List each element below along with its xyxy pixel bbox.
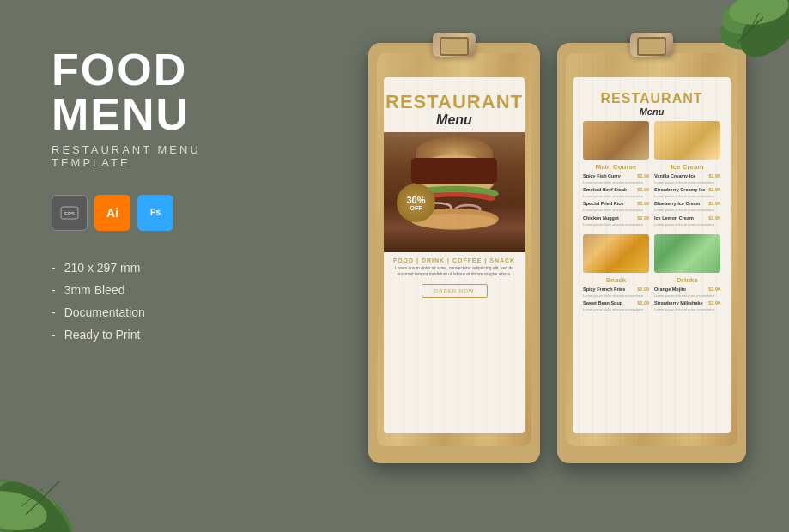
clipboard-back: RESTAURANT Menu Main Course Spicy Fish C… [557, 43, 746, 463]
menu-label-back: Menu [580, 106, 724, 117]
menu-front-header: RESTAURANT Menu [384, 77, 525, 132]
snack-image [583, 234, 649, 273]
menu-front-content: RESTAURANT Menu [384, 77, 525, 433]
section-drinks: Drinks Orange Mojito $2.99 Lorem ipsum d… [654, 234, 720, 314]
menu-label-front: Menu [385, 112, 523, 128]
clipboard-clip-left [433, 33, 476, 57]
menu-item: Vanilla Creamy Ice $2.99 [654, 173, 720, 178]
menu-tagline: FOOD | DRINK | COFFEE | SNACK [389, 252, 519, 265]
pasta-image [583, 121, 649, 160]
menu-item: Strawberry Milkshake $2.99 [654, 300, 720, 305]
svg-point-17 [453, 160, 460, 164]
clipboards-area: RESTAURANT Menu [368, 43, 746, 463]
ai-badge: Ai [94, 195, 130, 231]
ice-cream-title: Ice Cream [654, 163, 720, 171]
format-badges: EPS Ai Ps [52, 195, 258, 231]
eps-badge: EPS [52, 195, 88, 231]
icecream-image [654, 121, 720, 160]
features-list: 210 x 297 mm 3mm Bleed Documentation Rea… [52, 261, 258, 342]
menu-item: Orange Mojito $2.99 [654, 287, 720, 292]
clipboard-clip-right [630, 33, 673, 57]
menu-paper-back: RESTAURANT Menu Main Course Spicy Fish C… [573, 77, 731, 433]
menu-paper-front: RESTAURANT Menu [384, 77, 525, 433]
restaurant-title-front: RESTAURANT [385, 93, 523, 112]
clipboard-front: RESTAURANT Menu [368, 43, 540, 463]
leaf-decoration-bottom-left [0, 420, 120, 532]
promo-off: OFF [410, 205, 422, 211]
clipboard-wood-left: RESTAURANT Menu [377, 53, 531, 446]
main-course-title: Main Course [583, 163, 649, 171]
menu-item: Strawberry Creamy Ice $2.99 [654, 187, 720, 192]
menu-item: Smoked Beef Steak $2.99 [583, 187, 649, 192]
menu-back-content: RESTAURANT Menu Main Course Spicy Fish C… [573, 77, 731, 433]
promo-badge: 30% OFF [397, 184, 435, 222]
svg-point-16 [438, 163, 445, 168]
svg-point-18 [466, 165, 473, 171]
psd-badge: Ps [137, 195, 173, 231]
menu-item: Spicy Fish Curry $2.99 [583, 173, 649, 178]
menu-item: Chicken Nugget $2.99 [583, 215, 649, 221]
menu-item: Ice Lemon Cream $2.99 [654, 215, 720, 221]
menu-item: Blueberry Ice Cream $3.99 [654, 201, 720, 206]
feature-bleed: 3mm Bleed [52, 283, 258, 297]
clipboard-wood-right: RESTAURANT Menu Main Course Spicy Fish C… [566, 53, 737, 446]
section-ice-cream: Ice Cream Vanilla Creamy Ice $2.99 Lorem… [654, 121, 720, 229]
left-info-panel: FOOD MENU RESTAURANT MENU TEMPLATE EPS A… [52, 47, 258, 342]
page-subtitle: RESTAURANT MENU TEMPLATE [52, 143, 258, 169]
page-title: FOOD MENU [52, 47, 258, 136]
svg-text:EPS: EPS [64, 211, 75, 216]
section-main-course: Main Course Spicy Fish Curry $2.99 Lorem… [583, 121, 649, 229]
leaf-decoration-top-right [686, 0, 789, 103]
section-snack: Snack Spicy French Fries $2.99 Lorem ips… [583, 234, 649, 314]
menu-description: Lorem ipsum dolor sit amet, consectetur … [384, 265, 525, 277]
snack-title: Snack [583, 276, 649, 284]
menu-sections-grid: Main Course Spicy Fish Curry $2.99 Lorem… [580, 121, 724, 314]
drinks-title: Drinks [654, 276, 720, 284]
menu-item: Sweet Bean Soup $2.99 [583, 300, 649, 305]
menu-item: Special Fried Rice $2.99 [583, 201, 649, 206]
drink-image [654, 234, 720, 273]
promo-percent: 30% [406, 196, 425, 205]
feature-size: 210 x 297 mm [52, 261, 258, 275]
menu-item: Spicy French Fries $2.99 [583, 287, 649, 292]
feature-docs: Documentation [52, 305, 258, 319]
order-button[interactable]: ORDER NOW [422, 284, 488, 298]
feature-print: Ready to Print [52, 328, 258, 342]
